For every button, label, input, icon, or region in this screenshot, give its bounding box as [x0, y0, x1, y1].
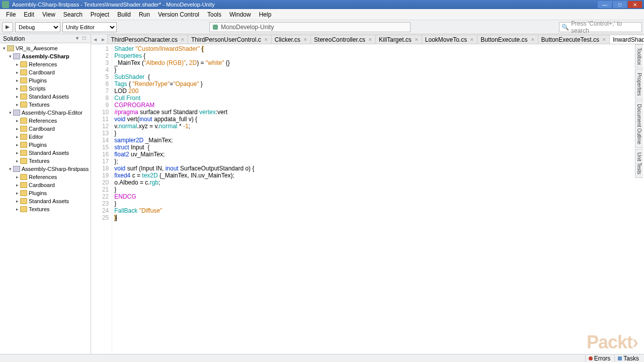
tab-nav-fwd[interactable]: ► [99, 35, 107, 44]
tab-close-icon[interactable]: ✕ [264, 37, 268, 42]
panel-options-icon[interactable]: ▾ [73, 35, 80, 42]
tab-close-icon[interactable]: ✕ [368, 37, 372, 42]
search-icon: 🔍 [561, 24, 569, 31]
tree-node[interactable]: ▸Standard Assets [0, 93, 91, 101]
tab-strip: ◄ ► ThirdPersonCharacter.cs✕ThirdPersonU… [91, 34, 644, 44]
tasks-button[interactable]: Tasks [614, 355, 642, 362]
tree-node[interactable]: ▸Plugins [0, 189, 91, 197]
tree-node[interactable]: ▸References [0, 60, 91, 68]
tab[interactable]: Clicker.cs✕ [271, 35, 311, 44]
tab-nav-back[interactable]: ◄ [91, 35, 99, 44]
right-tab-toolbox[interactable]: Toolbox [635, 44, 643, 68]
menu-edit[interactable]: Edit [20, 10, 38, 19]
errors-button[interactable]: Errors [585, 355, 614, 362]
status-text: MonoDevelop-Unity [221, 24, 274, 31]
tab-close-icon[interactable]: ✕ [415, 37, 419, 42]
menu-help[interactable]: Help [255, 10, 276, 19]
right-tab-document-outline[interactable]: Document Outline [635, 101, 643, 148]
minimize-button[interactable]: — [598, 1, 612, 8]
tab-close-icon[interactable]: ✕ [531, 37, 535, 42]
toolbar: Debug Unity Editor MonoDevelop-Unity 🔍 P… [0, 20, 644, 34]
code-area[interactable]: 1234567891011121314151617181920212223242… [91, 44, 644, 354]
panel-close-icon[interactable]: □ [80, 35, 88, 42]
tree-node[interactable]: ▾Assembly-CSharp [0, 52, 91, 60]
window-title: Assembly-CSharp-firstpass - Textures\Inw… [12, 2, 598, 8]
menu-search[interactable]: Search [59, 10, 87, 19]
tree-node[interactable]: ▾Assembly-CSharp-Editor [0, 109, 91, 117]
tab[interactable]: ButtonExecuteTest.cs✕ [538, 35, 610, 44]
code-content[interactable]: Shader "Custom/InwardShader" {Properties… [112, 44, 644, 354]
solution-tree[interactable]: ▾VR_is_Awesome▾Assembly-CSharp▸Reference… [0, 43, 91, 354]
target-select[interactable]: Unity Editor [62, 22, 117, 32]
status-icon [213, 25, 218, 30]
tab[interactable]: LookMoveTo.cs✕ [422, 35, 477, 44]
menubar: FileEditViewSearchProjectBuildRunVersion… [0, 9, 644, 20]
tab[interactable]: ThirdPersonCharacter.cs✕ [107, 35, 188, 44]
tab[interactable]: ButtonExecute.cs✕ [477, 35, 538, 44]
tab[interactable]: StereoController.cs✕ [310, 35, 376, 44]
tree-node[interactable]: ▸Textures [0, 157, 91, 165]
tree-node[interactable]: ▸Editor [0, 133, 91, 141]
tree-node[interactable]: ▾VR_is_Awesome [0, 44, 91, 52]
error-icon [589, 356, 593, 360]
tree-node[interactable]: ▸Standard Assets [0, 197, 91, 205]
titlebar: Assembly-CSharp-firstpass - Textures\Inw… [0, 0, 644, 9]
statusbar: Errors Tasks [0, 354, 644, 362]
maximize-button[interactable]: □ [613, 1, 627, 8]
tree-node[interactable]: ▸Plugins [0, 141, 91, 149]
tab-close-icon[interactable]: ✕ [181, 37, 185, 42]
solution-title: Solution [3, 35, 25, 42]
line-gutter: 1234567891011121314151617181920212223242… [91, 44, 112, 354]
tab-close-icon[interactable]: ✕ [303, 37, 307, 42]
tab[interactable]: ThirdPersonUserControl.c✕ [188, 35, 272, 44]
menu-run[interactable]: Run [135, 10, 154, 19]
watermark: Packt› [587, 332, 638, 353]
run-button[interactable] [2, 22, 13, 32]
editor-area: ◄ ► ThirdPersonCharacter.cs✕ThirdPersonU… [91, 34, 644, 354]
tab-close-icon[interactable]: ✕ [470, 37, 474, 42]
search-box[interactable]: 🔍 Press 'Control+,' to search [559, 22, 642, 32]
tree-node[interactable]: ▸References [0, 173, 91, 181]
config-select[interactable]: Debug [15, 22, 60, 32]
menu-build[interactable]: Build [113, 10, 135, 19]
tree-node[interactable]: ▸Textures [0, 101, 91, 109]
right-tab-unit-tests[interactable]: Unit Tests [635, 149, 643, 178]
menu-window[interactable]: Window [225, 10, 255, 19]
tab-close-icon[interactable]: ✕ [602, 37, 606, 42]
tree-node[interactable]: ▸References [0, 117, 91, 125]
solution-header: Solution ▾ □ [0, 34, 91, 43]
tree-node[interactable]: ▸Textures [0, 205, 91, 213]
menu-view[interactable]: View [38, 10, 59, 19]
menu-file[interactable]: File [2, 10, 20, 19]
menu-tools[interactable]: Tools [203, 10, 225, 19]
tree-node[interactable]: ▾Assembly-CSharp-firstpass [0, 165, 91, 173]
menu-version-control[interactable]: Version Control [154, 10, 203, 19]
svg-marker-0 [6, 25, 10, 29]
app-icon [2, 1, 9, 8]
tree-node[interactable]: ▸Standard Assets [0, 149, 91, 157]
close-button[interactable]: ✕ [628, 1, 642, 8]
solution-panel: Solution ▾ □ ▾VR_is_Awesome▾Assembly-CSh… [0, 34, 91, 354]
status-box: MonoDevelop-Unity [209, 22, 411, 32]
tab[interactable]: KillTarget.cs✕ [375, 35, 422, 44]
tree-node[interactable]: ▸Cardboard [0, 125, 91, 133]
right-tabs: ToolboxPropertiesDocument OutlineUnit Te… [635, 44, 644, 179]
tree-node[interactable]: ▸Cardboard [0, 181, 91, 189]
right-tab-properties[interactable]: Properties [635, 69, 643, 100]
tree-node[interactable]: ▸Plugins [0, 76, 91, 84]
tree-node[interactable]: ▸Cardboard [0, 68, 91, 76]
tab[interactable]: InwardShader.shader✕ [609, 35, 644, 44]
search-placeholder: Press 'Control+,' to search [571, 20, 639, 34]
menu-project[interactable]: Project [87, 10, 113, 19]
tree-node[interactable]: ▸Scripts [0, 84, 91, 93]
task-icon [618, 356, 622, 360]
